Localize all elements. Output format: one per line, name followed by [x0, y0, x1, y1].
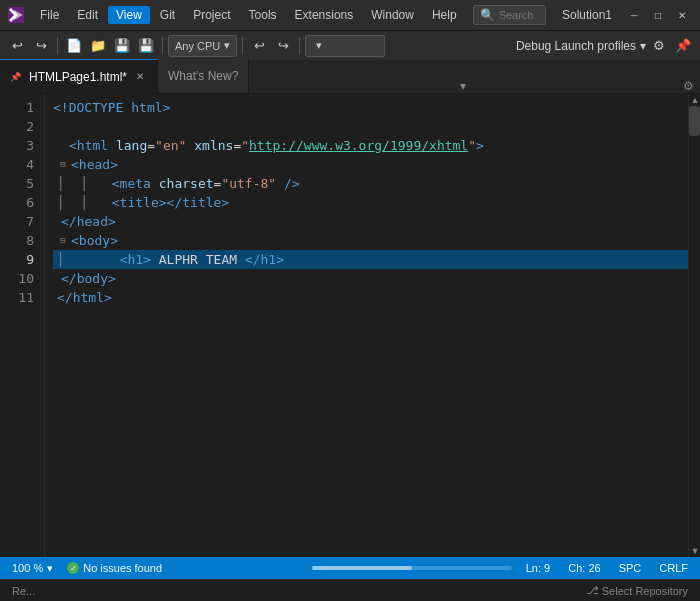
tab-htmlpage1-close[interactable]: ✕ [133, 70, 147, 84]
debug-profiles-arrow-icon[interactable]: ▾ [640, 39, 646, 53]
menu-project[interactable]: Project [185, 6, 238, 24]
tab-bar: 📌 HTMLPage1.html* ✕ What's New? ▾ ⚙ [0, 60, 700, 94]
title-right: Solution1 ─ □ ✕ [554, 7, 692, 23]
scrollbar[interactable]: ▲ ▼ [688, 94, 700, 557]
search-box[interactable]: 🔍 [473, 5, 546, 25]
status-no-issues[interactable]: ✓ No issues found [67, 562, 162, 574]
toolbar-pin-btn[interactable]: 📌 [672, 35, 694, 57]
code-line-6: │ │ <title></title> [53, 193, 688, 212]
code-token: </html> [57, 288, 112, 307]
line-num-11: 11 [0, 288, 34, 307]
code-token: <!DOCTYPE html> [53, 98, 170, 117]
cursor-ln-label: Ln: 9 [526, 562, 550, 574]
progress-thumb [312, 566, 412, 570]
code-token: charset [159, 174, 214, 193]
toolbar-target-dropdown[interactable]: ▾ [305, 35, 385, 57]
line-ending-label: CRLF [659, 562, 688, 574]
line-num-8: 8 [0, 231, 34, 250]
scrollbar-thumb[interactable] [689, 106, 700, 136]
scrollbar-track[interactable] [689, 106, 700, 545]
debug-profiles-bar: Debug Launch profiles ▾ [516, 39, 646, 53]
target-arrow-icon: ▾ [316, 39, 322, 52]
menu-extensions[interactable]: Extensions [287, 6, 362, 24]
code-line-11: </html> [53, 288, 688, 307]
menu-tools[interactable]: Tools [241, 6, 285, 24]
progress-track [312, 566, 512, 570]
code-token: </head> [61, 212, 116, 231]
maximize-button[interactable]: □ [648, 7, 668, 23]
scrollbar-up[interactable]: ▲ [689, 94, 700, 106]
config-arrow-icon: ▾ [224, 39, 230, 52]
code-area[interactable]: <!DOCTYPE html> <html lang = "en" xmlns … [45, 94, 688, 557]
tab-htmlpage1[interactable]: 📌 HTMLPage1.html* ✕ [0, 59, 158, 93]
code-line-5: │ │ <meta charset = "utf-8" /> [53, 174, 688, 193]
toolbar-undo-btn[interactable]: ↩ [248, 35, 270, 57]
code-token: │ [80, 174, 111, 193]
bottom-left-item[interactable]: Re... [8, 585, 39, 597]
bottom-bar: Re... ⎇ Select Repository [0, 579, 700, 601]
tab-whatsnew[interactable]: What's New? [158, 59, 249, 93]
code-line-1: <!DOCTYPE html> [53, 98, 688, 117]
line-num-2: 2 [0, 117, 34, 136]
code-line-8: ⊟ <body> [53, 231, 688, 250]
line-num-5: 5 [0, 174, 34, 193]
code-token: = [214, 174, 222, 193]
code-token: = [233, 136, 241, 155]
fold-head-btn[interactable]: ⊟ [57, 159, 69, 171]
editor-settings-btn[interactable]: ⚙ [677, 79, 700, 93]
code-token: ALPHR TEAM [151, 250, 245, 269]
editor-container: 1 2 3 4 5 6 7 8 9 10 11 <!DOCTYPE html> … [0, 94, 700, 557]
toolbar-redo-btn[interactable]: ↪ [272, 35, 294, 57]
toolbar-back-btn[interactable]: ↩ [6, 35, 28, 57]
code-token: "en" [155, 136, 186, 155]
debug-profiles-label: Debug Launch profiles [516, 39, 636, 53]
status-cursor-ch[interactable]: Ch: 26 [564, 557, 604, 579]
code-token: xmlns [186, 136, 233, 155]
code-token: /> [276, 174, 299, 193]
toolbar-new-btn[interactable]: 📄 [63, 35, 85, 57]
menu-git[interactable]: Git [152, 6, 183, 24]
title-bar: File Edit View Git Project Tools Extensi… [0, 0, 700, 30]
code-line-3: <html lang = "en" xmlns = "http://www.w3… [53, 136, 688, 155]
select-repository-btn[interactable]: ⎇ Select Repository [582, 584, 692, 597]
code-token: │ [80, 193, 111, 212]
toolbar-sep-4 [299, 37, 300, 55]
status-cursor-ln[interactable]: Ln: 9 [522, 557, 554, 579]
config-label: Any CPU [175, 40, 220, 52]
app-icon [8, 7, 24, 23]
status-encoding[interactable]: SPC [615, 557, 646, 579]
toolbar-forward-btn[interactable]: ↪ [30, 35, 52, 57]
toolbar-save-btn[interactable]: 💾 [111, 35, 133, 57]
code-token: " [468, 136, 476, 155]
check-icon: ✓ [67, 562, 79, 574]
menu-edit[interactable]: Edit [69, 6, 106, 24]
code-token: <meta [112, 174, 159, 193]
toolbar-settings-btn[interactable]: ⚙ [648, 35, 670, 57]
code-line-4: ⊟ <head> [53, 155, 688, 174]
toolbar: ↩ ↪ 📄 📁 💾 💾 Any CPU ▾ ↩ ↪ ▾ Debug Launch… [0, 30, 700, 60]
status-line-ending[interactable]: CRLF [655, 557, 692, 579]
scrollbar-down[interactable]: ▼ [689, 545, 700, 557]
toolbar-save-all-btn[interactable]: 💾 [135, 35, 157, 57]
search-input[interactable] [499, 9, 539, 21]
status-zoom[interactable]: 100 % ▾ [8, 557, 57, 579]
minimize-button[interactable]: ─ [624, 7, 644, 23]
code-token: │ [57, 193, 80, 212]
toolbar-sep-3 [242, 37, 243, 55]
code-token: "utf-8" [221, 174, 276, 193]
cursor-ch-label: Ch: 26 [568, 562, 600, 574]
tab-overflow-btn[interactable]: ▾ [452, 79, 474, 93]
menu-help[interactable]: Help [424, 6, 465, 24]
encoding-label: SPC [619, 562, 642, 574]
close-button[interactable]: ✕ [672, 7, 692, 23]
code-token: > [476, 136, 484, 155]
toolbar-config-dropdown[interactable]: Any CPU ▾ [168, 35, 237, 57]
tab-pin-icon: 📌 [10, 72, 21, 82]
menu-view[interactable]: View [108, 6, 150, 24]
menu-file[interactable]: File [32, 6, 67, 24]
menu-window[interactable]: Window [363, 6, 422, 24]
code-line-10: </body> [53, 269, 688, 288]
toolbar-open-btn[interactable]: 📁 [87, 35, 109, 57]
fold-body-btn[interactable]: ⊟ [57, 235, 69, 247]
code-line-7: </head> [53, 212, 688, 231]
